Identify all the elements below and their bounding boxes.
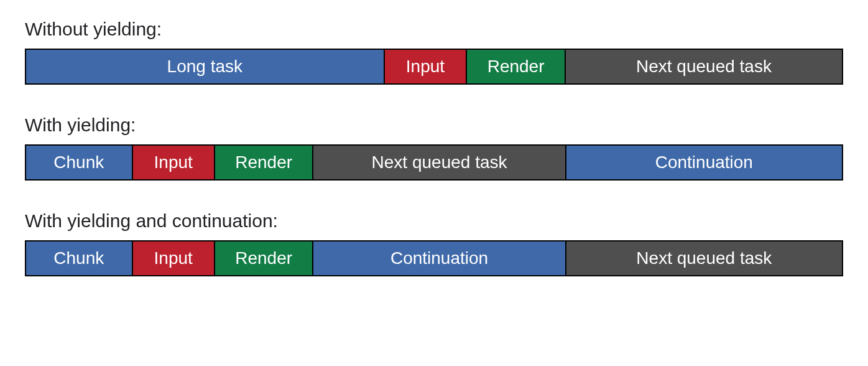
row-with-yielding-and-continuation: With yielding and continuation: Chunk In…: [25, 210, 843, 276]
segment-continuation: Continuation: [313, 242, 566, 275]
section-title: With yielding:: [25, 115, 843, 136]
segment-next-queued-task: Next queued task: [566, 50, 842, 83]
segment-chunk: Chunk: [26, 242, 133, 275]
segment-next-queued-task: Next queued task: [566, 242, 842, 275]
section-title: With yielding and continuation:: [25, 210, 843, 232]
segment-input: Input: [133, 146, 215, 179]
segment-chunk: Chunk: [26, 146, 133, 179]
segment-input: Input: [385, 50, 468, 83]
segment-render: Render: [467, 50, 566, 83]
task-bar: Chunk Input Render Continuation Next que…: [25, 240, 843, 276]
segment-render: Render: [215, 146, 313, 179]
task-bar: Long task Input Render Next queued task: [25, 49, 843, 85]
segment-long-task: Long task: [26, 50, 385, 83]
segment-input: Input: [133, 242, 215, 275]
row-with-yielding: With yielding: Chunk Input Render Next q…: [25, 115, 843, 181]
segment-render: Render: [215, 242, 313, 275]
row-without-yielding: Without yielding: Long task Input Render…: [25, 19, 843, 85]
section-title: Without yielding:: [25, 19, 843, 40]
task-bar: Chunk Input Render Next queued task Cont…: [25, 144, 843, 181]
segment-continuation: Continuation: [566, 146, 842, 179]
segment-next-queued-task: Next queued task: [313, 146, 566, 179]
